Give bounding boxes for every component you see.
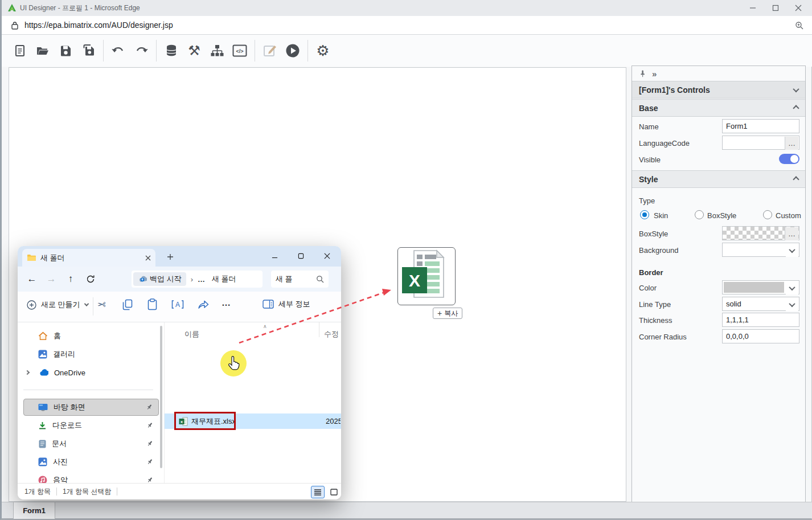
edge-window: UI Designer - 프로필 1 - Microsoft Edge htt… <box>0 0 812 520</box>
details-pane-button[interactable]: 세부 정보 <box>263 299 310 309</box>
undo-icon[interactable] <box>107 40 130 61</box>
thickness-input[interactable] <box>722 313 799 327</box>
name-label: Name <box>639 122 659 131</box>
sitemap-icon[interactable] <box>206 40 228 61</box>
corner-radius-input[interactable] <box>722 329 799 343</box>
icons-view-button[interactable] <box>327 486 341 498</box>
sidebar-item-pictures[interactable]: 사진 <box>23 453 159 470</box>
toolbar-separator <box>156 40 157 62</box>
open-file-icon[interactable] <box>31 40 54 61</box>
breadcrumb[interactable]: 백업 시작 › … 새 폴더 <box>132 271 263 288</box>
explorer-minimize-icon[interactable] <box>272 255 278 261</box>
maximize-icon[interactable] <box>772 5 779 11</box>
code-window-icon[interactable]: </> <box>228 40 251 61</box>
collapse-panel-icon[interactable]: » <box>652 69 657 79</box>
url-text[interactable]: https://epa.bimatrix.com/AUD/designer.js… <box>24 21 173 30</box>
sidebar-item-onedrive[interactable]: OneDrive <box>23 364 159 381</box>
name-input[interactable] <box>722 119 799 133</box>
save-all-icon[interactable] <box>77 40 100 61</box>
radio-boxstyle[interactable] <box>695 210 704 219</box>
new-tab-icon[interactable] <box>167 253 174 260</box>
background-dropdown-button[interactable] <box>786 244 798 257</box>
zoom-page-icon[interactable] <box>795 21 804 30</box>
background-swatch[interactable] <box>722 243 799 257</box>
breadcrumb-ellipsis[interactable]: … <box>198 275 205 284</box>
search-icon <box>316 275 324 283</box>
column-separator[interactable] <box>319 322 319 337</box>
boxstyle-browse-button[interactable]: … <box>785 227 798 240</box>
excel-drop-target[interactable]: X <box>397 247 456 305</box>
sidebar-item-documents[interactable]: 문서 <box>23 435 159 452</box>
explorer-addressbar: ← → ↑ 백업 시작 › … 새 폴더 새 플 <box>18 267 341 292</box>
cut-icon[interactable]: ✂ <box>97 298 106 311</box>
edge-titlebar: UI Designer - 프로필 1 - Microsoft Edge <box>2 0 812 16</box>
sidebar-divider <box>23 390 153 390</box>
edge-window-controls <box>749 5 802 11</box>
new-file-icon[interactable] <box>9 40 31 61</box>
copy-icon[interactable] <box>122 299 133 313</box>
sidebar-item-downloads[interactable]: 다운로드 <box>23 417 159 434</box>
sidebar-item-gallery[interactable]: 갤러리 <box>23 346 159 363</box>
tools-icon[interactable]: ⚒ <box>183 40 206 61</box>
border-color-swatch[interactable] <box>722 280 799 294</box>
pin-icon <box>146 477 153 483</box>
new-plus-icon <box>27 300 36 310</box>
style-section-header[interactable]: Style <box>632 170 805 188</box>
close-icon[interactable] <box>795 5 802 11</box>
radio-custom[interactable] <box>763 210 772 219</box>
settings-gear-icon[interactable]: ⚙ <box>311 40 334 61</box>
gallery-icon <box>38 350 47 359</box>
sidebar-item-music[interactable]: 음악 <box>23 472 159 483</box>
expand-chevron-icon[interactable] <box>25 370 30 375</box>
explorer-tab[interactable]: 새 폴더 <box>22 249 155 267</box>
sidebar-item-desktop[interactable]: 바탕 화면 <box>23 399 159 416</box>
line-type-select[interactable]: solid <box>722 297 799 311</box>
controls-header[interactable]: [Form1]'s Controls <box>632 81 805 99</box>
excel-file-icon: X <box>398 248 455 305</box>
new-item-button[interactable]: 새로 만들기 <box>27 300 88 310</box>
tab-form1[interactable]: Form1 <box>13 502 55 519</box>
line-type-dropdown-button[interactable] <box>786 298 798 311</box>
paste-icon[interactable] <box>147 298 157 313</box>
breadcrumb-folder[interactable]: 새 폴더 <box>212 274 236 284</box>
border-color-dropdown-button[interactable] <box>786 281 798 294</box>
status-separator <box>56 488 57 496</box>
base-section-header[interactable]: Base <box>632 99 805 117</box>
pin-icon[interactable] <box>639 70 646 77</box>
pin-icon <box>146 422 153 429</box>
column-header-modified[interactable]: 수정 <box>324 329 341 339</box>
boxstyle-swatch[interactable]: … <box>722 226 799 240</box>
more-commands-button[interactable]: … <box>222 298 231 308</box>
lock-icon[interactable] <box>11 21 19 30</box>
sidebar-scrollbar[interactable] <box>160 326 162 468</box>
tab-close-icon[interactable] <box>145 255 151 261</box>
languagecode-browse-button[interactable]: … <box>785 137 798 150</box>
click-highlight <box>220 350 247 376</box>
share-icon[interactable] <box>198 299 209 312</box>
rename-icon[interactable]: A <box>171 300 184 312</box>
onedrive-backup-badge[interactable]: 백업 시작 <box>133 272 186 286</box>
thumbnail-view-icon <box>330 489 338 496</box>
up-icon[interactable]: ↑ <box>61 273 80 285</box>
column-header-name[interactable]: 이름 <box>184 329 199 339</box>
database-icon[interactable] <box>160 40 183 61</box>
languagecode-input[interactable]: … <box>722 136 799 150</box>
panel-pin-bar: » <box>632 66 805 81</box>
forward-icon[interactable]: → <box>42 273 61 285</box>
explorer-close-icon[interactable] <box>324 253 330 259</box>
redo-icon[interactable] <box>130 40 153 61</box>
visible-toggle[interactable] <box>779 154 799 164</box>
edit-icon-disabled[interactable] <box>259 40 281 61</box>
sidebar-item-home[interactable]: 홈 <box>23 327 159 345</box>
save-icon[interactable] <box>54 40 77 61</box>
minimize-icon[interactable] <box>749 5 756 11</box>
back-icon[interactable]: ← <box>22 273 42 285</box>
run-icon[interactable] <box>281 40 304 61</box>
explorer-search-box[interactable]: 새 플 <box>271 271 329 288</box>
radio-skin[interactable] <box>640 210 649 219</box>
explorer-maximize-icon[interactable] <box>298 253 304 259</box>
file-modified-date: 2025 <box>326 417 341 425</box>
refresh-icon[interactable] <box>86 275 95 284</box>
details-view-button[interactable] <box>311 486 325 498</box>
backup-label: 백업 시작 <box>150 274 182 284</box>
